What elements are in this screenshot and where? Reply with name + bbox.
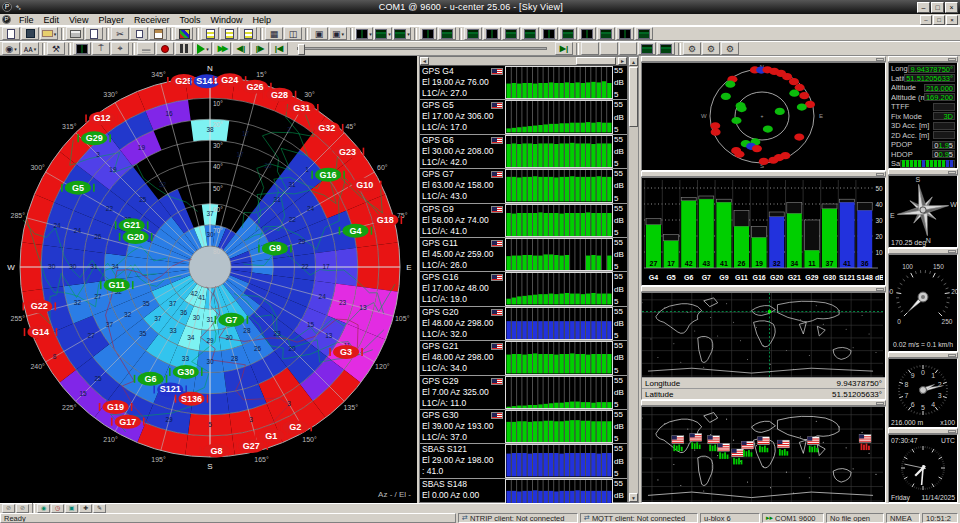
satellite-list-entry[interactable]: GPS G30El 39.00 Az 193.00L1C/A: 37.055dB… xyxy=(420,410,627,444)
gear-3-icon[interactable]: ⚙ xyxy=(721,42,739,55)
panel-close-icon[interactable] xyxy=(876,58,884,61)
satellite-list-entry[interactable]: GPS G29El 7.00 Az 325.00L1C/A: 11.055dB5 xyxy=(420,376,627,410)
menu-help[interactable]: Help xyxy=(247,15,276,25)
scroll-right-icon[interactable]: ► xyxy=(618,57,627,65)
satellite-list-entry[interactable]: GPS G5El 17.00 Az 306.00L1C/A: 17.055dB5 xyxy=(420,100,627,134)
satellite-list-entry[interactable]: GPS G6El 30.00 Az 208.00L1C/A: 42.055dB5 xyxy=(420,135,627,169)
skip-start-button[interactable]: |◀ xyxy=(270,42,288,55)
new-file-icon[interactable] xyxy=(2,27,20,40)
record-button[interactable] xyxy=(156,42,174,55)
pin-icon[interactable]: ➴ xyxy=(15,3,22,12)
dock-view-9-icon[interactable] xyxy=(616,27,634,40)
step-forward-button[interactable]: |▶ xyxy=(251,42,269,55)
satellite-list-entry[interactable]: SBAS S121El 29.00 Az 198.00: 41.055dB5 xyxy=(420,444,627,478)
mdi-restore-button[interactable]: □ xyxy=(933,15,945,25)
dock-view-1-icon[interactable] xyxy=(464,27,482,40)
stopwatch-icon[interactable]: ◷ xyxy=(51,504,64,513)
messages-view-icon[interactable] xyxy=(239,27,257,40)
no-entry-2-icon[interactable]: ⊘ xyxy=(16,504,29,513)
open-file-icon[interactable]: ▾ xyxy=(40,27,58,40)
status-port[interactable]: ▸▸COM1 9600 xyxy=(762,513,824,523)
globe-icon[interactable]: ◉ xyxy=(37,504,50,513)
paste-icon[interactable] xyxy=(149,27,167,40)
no-entry-1-icon[interactable]: ⊘ xyxy=(2,504,15,513)
fast-forward-button[interactable]: ▶▶ xyxy=(213,42,231,55)
close-button[interactable]: × xyxy=(945,2,958,13)
panel-close-icon[interactable] xyxy=(948,430,956,433)
playback-slider[interactable] xyxy=(297,47,547,50)
view-select[interactable]: ◉▾ xyxy=(2,42,20,55)
restore-button[interactable]: □ xyxy=(931,2,944,13)
dropdown-arrow-icon[interactable]: ▾ xyxy=(407,31,410,37)
slider-thumb[interactable] xyxy=(298,44,305,55)
satellite-list-entry[interactable]: GPS G4El 19.00 Az 76.00L1C/A: 27.055dB5 xyxy=(420,66,627,100)
dock-b-icon[interactable] xyxy=(657,42,675,55)
binary-console-icon[interactable] xyxy=(220,27,238,40)
panel-close-icon[interactable] xyxy=(876,288,884,291)
satellite-list-vscrollbar[interactable]: ▲ ▼ xyxy=(628,56,639,503)
satellite-list-entry[interactable]: GPS G21El 48.00 Az 298.00L1C/A: 34.055dB… xyxy=(420,341,627,375)
dropdown-arrow-icon[interactable]: ▾ xyxy=(206,46,209,52)
dock-view-8-icon[interactable] xyxy=(597,27,615,40)
scroll-down-icon[interactable]: ▼ xyxy=(629,493,638,502)
color-grid-icon[interactable] xyxy=(175,27,193,40)
deviation-map-icon[interactable] xyxy=(419,27,437,40)
gear-2-icon[interactable]: ⚙ xyxy=(702,42,720,55)
table-view-icon[interactable]: ▦ xyxy=(265,27,283,40)
menu-edit[interactable]: Edit xyxy=(39,15,65,25)
copy-icon[interactable] xyxy=(130,27,148,40)
dock-view-3-icon[interactable] xyxy=(502,27,520,40)
satellite-list-entry[interactable]: GPS G9El 58.00 Az 74.00L1C/A: 41.055dB5 xyxy=(420,204,627,238)
histogram-cyan-icon[interactable] xyxy=(619,42,637,55)
antenna-icon[interactable]: ⍑ xyxy=(92,42,110,55)
panel-close-icon[interactable] xyxy=(948,354,956,357)
font-select[interactable]: ᴀᴀ▾ xyxy=(21,42,39,55)
dock-view-7-icon[interactable] xyxy=(578,27,596,40)
skip-end-button[interactable]: ▶| xyxy=(555,42,573,55)
print-preview-icon[interactable] xyxy=(85,27,103,40)
app-icon[interactable]: P xyxy=(2,2,12,12)
survey-icon[interactable]: ⌖ xyxy=(111,42,129,55)
text-console-icon[interactable] xyxy=(201,27,219,40)
status-mqtt[interactable]: ⇄MQTT client: Not connected xyxy=(580,513,698,523)
panel-close-icon[interactable] xyxy=(876,173,884,176)
play-button[interactable]: ▾ xyxy=(194,42,212,55)
window-list-icon[interactable]: ▣▾ xyxy=(329,27,347,40)
print-icon[interactable] xyxy=(66,27,84,40)
dock-view-2-icon[interactable] xyxy=(483,27,501,40)
panel-close-icon[interactable] xyxy=(876,402,884,405)
menu-window[interactable]: Window xyxy=(205,15,247,25)
scroll-up-icon[interactable]: ▲ xyxy=(629,57,638,66)
dock-a-icon[interactable] xyxy=(638,42,656,55)
satellite-list-entry[interactable]: GPS G20El 48.00 Az 298.00L1C/A: 32.055dB… xyxy=(420,307,627,341)
pause-button[interactable] xyxy=(175,42,193,55)
step-back-button[interactable]: ◀| xyxy=(232,42,250,55)
gear-1-icon[interactable]: ⚙ xyxy=(683,42,701,55)
status-ntrip[interactable]: ⇄NTRIP client: Not connected xyxy=(458,513,578,523)
dock-view-4-icon[interactable] xyxy=(521,27,539,40)
camera-view-icon[interactable]: ▾ xyxy=(374,27,392,40)
histogram-yellow-icon[interactable] xyxy=(600,42,618,55)
edit-icon[interactable]: ✎ xyxy=(93,504,106,513)
dock-view-6-icon[interactable] xyxy=(559,27,577,40)
panel-close-icon[interactable] xyxy=(948,171,956,174)
sky-view-icon[interactable] xyxy=(438,27,456,40)
eject-button[interactable] xyxy=(137,42,155,55)
scroll-left-icon[interactable]: ◄ xyxy=(420,57,429,65)
dropdown-arrow-icon[interactable]: ▾ xyxy=(369,31,372,37)
dropdown-arrow-icon[interactable]: ▾ xyxy=(388,31,391,37)
status-receiver[interactable]: u-blox 6 xyxy=(700,513,760,523)
panel-close-icon[interactable] xyxy=(948,58,956,61)
menu-receiver[interactable]: Receiver xyxy=(129,15,175,25)
cut-icon[interactable]: ✂ xyxy=(111,27,129,40)
dock-view-5-icon[interactable] xyxy=(540,27,558,40)
menu-view[interactable]: View xyxy=(64,15,93,25)
data-panel-grab-bar[interactable] xyxy=(888,56,958,62)
map-view-icon[interactable]: ▾ xyxy=(393,27,411,40)
menu-tools[interactable]: Tools xyxy=(174,15,205,25)
menu-player[interactable]: Player xyxy=(93,15,129,25)
satellite-list-entry[interactable]: GPS G16El 17.00 Az 48.00L1C/A: 19.055dB5 xyxy=(420,272,627,306)
dropdown-arrow-icon[interactable]: ▾ xyxy=(342,31,345,37)
minimize-button[interactable]: – xyxy=(917,2,930,13)
status-protocol[interactable]: NMEA xyxy=(886,513,920,523)
